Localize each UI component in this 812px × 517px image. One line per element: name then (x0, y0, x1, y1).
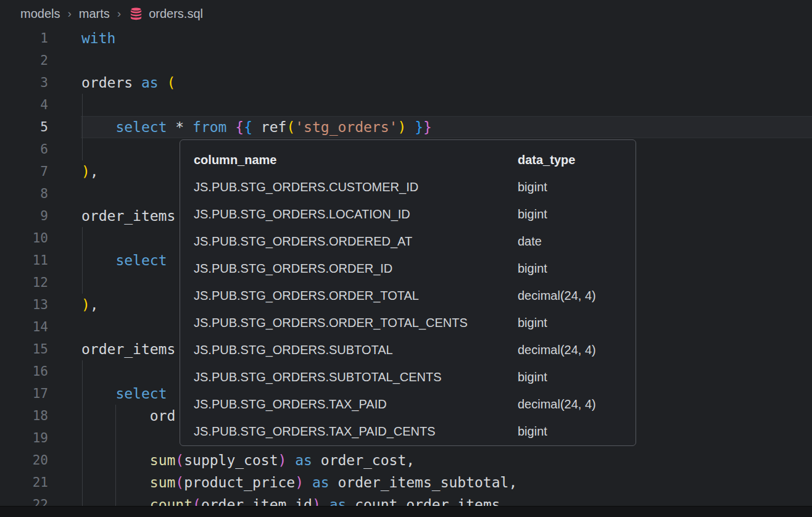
column-name-cell: JS.PUB.STG_ORDERS.TAX_PAID_CENTS (194, 424, 518, 439)
breadcrumb-item-models[interactable]: models (20, 7, 60, 21)
code-text: order_items (48, 205, 175, 227)
code-text: select (48, 249, 167, 271)
data-type-cell: decimal(24, 4) (518, 289, 622, 303)
table-row: JS.PUB.STG_ORDERS.ORDER_IDbigint (194, 255, 622, 282)
indent-guide (82, 94, 83, 116)
column-name-cell: JS.PUB.STG_ORDERS.ORDER_TOTAL (194, 289, 518, 303)
column-name-cell: JS.PUB.STG_ORDERS.SUBTOTAL (194, 343, 518, 357)
indent-guide (82, 271, 83, 294)
line-number: 10 (0, 231, 48, 246)
column-info-tooltip: column_name data_type JS.PUB.STG_ORDERS.… (180, 139, 636, 446)
code-text: sum(supply_cost) as order_cost, (48, 449, 415, 471)
code-text: orders as ( (48, 72, 175, 94)
column-name-cell: JS.PUB.STG_ORDERS.LOCATION_ID (194, 207, 518, 221)
line-number: 18 (0, 408, 48, 423)
code-text: ), (48, 160, 99, 183)
line-number: 3 (0, 75, 48, 90)
indent-guide (115, 427, 116, 449)
breadcrumb-item-marts[interactable]: marts (79, 7, 110, 21)
code-line[interactable]: 4 (0, 94, 812, 116)
line-number: 17 (0, 386, 48, 401)
table-row: JS.PUB.STG_ORDERS.TAX_PAID_CENTSbigint (194, 418, 622, 445)
data-type-cell: bigint (518, 180, 622, 194)
indent-guide (82, 360, 83, 383)
bottom-edge-bar (0, 506, 812, 517)
breadcrumb-separator: › (117, 7, 121, 20)
line-number: 7 (0, 164, 48, 179)
line-number: 16 (0, 364, 48, 379)
database-icon (128, 6, 144, 21)
table-row: JS.PUB.STG_ORDERS.ORDERED_ATdate (194, 228, 622, 255)
line-number: 8 (0, 186, 48, 201)
table-row: JS.PUB.STG_ORDERS.CUSTOMER_IDbigint (194, 173, 622, 201)
line-number: 13 (0, 297, 48, 312)
column-name-cell: JS.PUB.STG_ORDERS.CUSTOMER_ID (194, 180, 518, 194)
data-type-cell: bigint (518, 316, 622, 330)
breadcrumb-separator: › (67, 7, 71, 20)
column-name-cell: JS.PUB.STG_ORDERS.SUBTOTAL_CENTS (194, 370, 518, 384)
table-row: JS.PUB.STG_ORDERS.ORDER_TOTAL_CENTSbigin… (194, 309, 622, 336)
line-number: 19 (0, 431, 48, 445)
table-row: JS.PUB.STG_ORDERS.LOCATION_IDbigint (194, 201, 622, 228)
code-line[interactable]: 20 sum(supply_cost) as order_cost, (0, 449, 812, 471)
line-number: 11 (0, 253, 48, 268)
breadcrumb-item-file[interactable]: orders.sql (128, 6, 203, 21)
code-text: order_items (48, 338, 175, 360)
code-line[interactable]: 21 sum(product_price) as order_items_sub… (0, 471, 812, 494)
code-text: select (48, 383, 167, 405)
table-row: JS.PUB.STG_ORDERS.SUBTOTAL_CENTSbigint (194, 363, 622, 391)
table-row: JS.PUB.STG_ORDERS.ORDER_TOTALdecimal(24,… (194, 282, 622, 309)
code-line[interactable]: 5 select * from {{ ref('stg_orders') }} (0, 116, 812, 138)
column-name-cell: JS.PUB.STG_ORDERS.ORDERED_AT (194, 234, 518, 249)
line-number: 1 (0, 31, 48, 46)
data-type-cell: date (518, 234, 622, 249)
code-line[interactable]: 2 (0, 49, 812, 72)
tooltip-rows: JS.PUB.STG_ORDERS.CUSTOMER_IDbigintJS.PU… (194, 173, 622, 445)
data-type-cell: bigint (518, 262, 622, 276)
data-type-cell: decimal(24, 4) (518, 397, 622, 412)
line-number: 4 (0, 97, 48, 112)
editor-window: models › marts › orders.sql 1with23order… (0, 0, 812, 517)
column-name-cell: JS.PUB.STG_ORDERS.ORDER_TOTAL_CENTS (194, 316, 518, 330)
indent-guide (82, 138, 83, 160)
breadcrumb-file-label: orders.sql (149, 7, 203, 21)
line-number: 20 (0, 453, 48, 468)
column-name-cell: JS.PUB.STG_ORDERS.ORDER_ID (194, 262, 518, 276)
data-type-cell: bigint (518, 370, 622, 384)
code-text: ), (48, 294, 99, 316)
data-type-cell: bigint (518, 207, 622, 221)
line-number: 5 (0, 120, 48, 134)
line-number: 2 (0, 53, 48, 68)
tooltip-header-row: column_name data_type (194, 146, 622, 173)
line-number: 15 (0, 342, 48, 357)
breadcrumb: models › marts › orders.sql (0, 0, 812, 27)
table-row: JS.PUB.STG_ORDERS.SUBTOTALdecimal(24, 4) (194, 336, 622, 363)
tooltip-header-column-name: column_name (194, 153, 518, 167)
line-number: 9 (0, 209, 48, 223)
line-number: 12 (0, 275, 48, 290)
line-number: 6 (0, 142, 48, 157)
line-number: 14 (0, 320, 48, 334)
line-number: 21 (0, 475, 48, 490)
code-text: ord (48, 405, 175, 427)
column-name-cell: JS.PUB.STG_ORDERS.TAX_PAID (194, 397, 518, 412)
data-type-cell: bigint (518, 424, 622, 439)
code-text: select * from {{ ref('stg_orders') }} (48, 116, 432, 138)
indent-guide (82, 427, 83, 449)
data-type-cell: decimal(24, 4) (518, 343, 622, 357)
code-text: sum(product_price) as order_items_subtot… (48, 471, 517, 494)
indent-guide (82, 227, 83, 249)
code-line[interactable]: 3orders as ( (0, 72, 812, 94)
code-text: with (48, 27, 115, 49)
tooltip-header-data-type: data_type (518, 153, 622, 167)
table-row: JS.PUB.STG_ORDERS.TAX_PAIDdecimal(24, 4) (194, 391, 622, 418)
code-line[interactable]: 1with (0, 27, 812, 49)
